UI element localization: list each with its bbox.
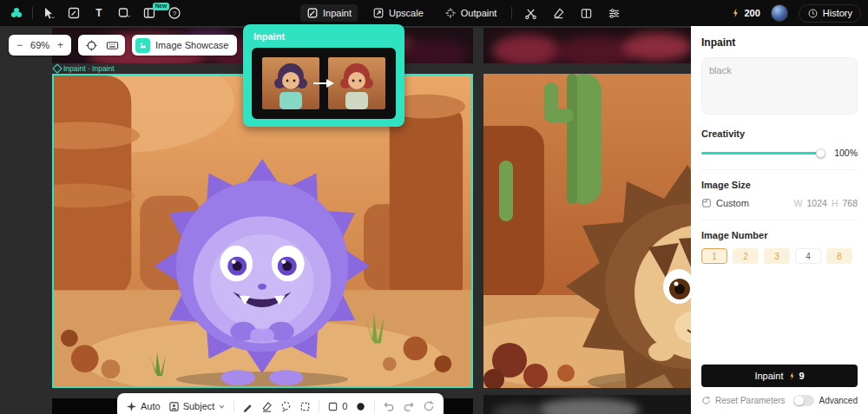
reset-icon	[423, 400, 435, 412]
undo-icon	[383, 400, 395, 412]
panel-title: Inpaint	[701, 36, 858, 49]
image-number-option-4[interactable]: 4	[795, 248, 821, 264]
app-logo[interactable]	[7, 3, 26, 23]
width-value[interactable]: 1024	[807, 198, 827, 208]
marquee-tool-button[interactable]	[299, 401, 311, 412]
credits-indicator[interactable]: 200	[731, 7, 760, 19]
zoom-in-button[interactable]: +	[57, 39, 63, 51]
outpaint-icon	[444, 7, 457, 19]
avatar[interactable]	[771, 4, 788, 22]
diamond-icon	[52, 63, 62, 73]
shape-tool-button[interactable]	[115, 3, 134, 23]
mode-inpaint-label: Inpaint	[323, 8, 352, 18]
help-button[interactable]: ?	[165, 3, 184, 23]
canvas-image-bottom-right[interactable]	[483, 395, 691, 414]
undo-button[interactable]	[383, 400, 395, 412]
sparkle-icon	[126, 401, 137, 412]
lightning-icon	[788, 371, 797, 381]
shortcuts-button[interactable]	[102, 36, 122, 55]
lasso-icon	[280, 401, 292, 412]
arrow-right-icon	[313, 79, 334, 88]
advanced-toggle[interactable]	[793, 395, 814, 406]
subject-mask-button[interactable]: Subject	[168, 401, 227, 412]
app-root: T New ? Inpaint Upscale	[0, 0, 868, 414]
creativity-slider[interactable]	[701, 152, 825, 154]
layout-button[interactable]	[576, 3, 595, 23]
auto-mask-button[interactable]: Auto	[126, 401, 161, 412]
zoom-value[interactable]: 69%	[30, 40, 49, 50]
mode-outpaint[interactable]: Outpaint	[438, 4, 503, 22]
draw-tool-button[interactable]	[64, 3, 83, 23]
toolbar-divider	[32, 7, 33, 19]
brush-tool-button[interactable]	[242, 401, 253, 412]
generate-cost-value: 9	[799, 371, 804, 381]
mode-upscale[interactable]: Upscale	[366, 4, 430, 22]
size-dimensions: W 1024 H 768	[794, 198, 858, 208]
scissors-icon	[524, 7, 537, 20]
shape-icon	[117, 6, 131, 20]
brush-size-control[interactable]: 0	[327, 401, 347, 412]
inpaint-icon	[306, 7, 319, 19]
redo-icon	[403, 400, 415, 412]
lasso-tool-button[interactable]	[280, 401, 292, 412]
marquee-icon	[299, 401, 311, 412]
inpaint-tooltip: Inpaint	[243, 24, 404, 127]
height-label: H	[832, 198, 838, 208]
topbar-left-tools: T New ?	[7, 0, 184, 26]
help-icon: ?	[168, 6, 181, 20]
image-showcase-icon	[135, 38, 150, 53]
cut-button[interactable]	[521, 3, 540, 23]
canvas-image-top-right[interactable]	[483, 28, 691, 63]
brush-preview-button[interactable]	[355, 401, 366, 412]
redo-button[interactable]	[403, 400, 415, 412]
board-tool-button[interactable]: New	[140, 3, 159, 23]
toolbar-divider	[319, 400, 319, 412]
tooltip-title: Inpaint	[253, 31, 404, 42]
reset-parameters-button[interactable]: Reset Parameters	[701, 396, 786, 405]
subject-mask-label: Subject	[183, 401, 215, 411]
topbar: T New ? Inpaint Upscale	[0, 0, 868, 26]
locate-button[interactable]	[82, 36, 101, 55]
upscale-icon	[372, 7, 385, 19]
canvas-image-right[interactable]	[483, 74, 691, 388]
selection-breadcrumb-label: Inpaint · Inpaint	[63, 64, 115, 73]
toolbar-divider	[511, 7, 512, 19]
generate-label: Inpaint	[754, 371, 783, 381]
image-number-option-8[interactable]: 8	[826, 248, 852, 264]
reset-mask-button[interactable]	[423, 400, 435, 412]
brush-size-value: 0	[342, 401, 347, 411]
dark-red-scene-partial	[483, 28, 691, 63]
clock-icon	[807, 8, 819, 19]
creativity-label: Creativity	[701, 128, 745, 139]
chevron-down-icon	[218, 403, 226, 411]
image-number-label: Image Number	[701, 230, 767, 240]
slider-fill	[701, 152, 825, 154]
advanced-controls: Advanced	[793, 395, 858, 406]
inpaint-generate-button[interactable]: Inpaint 9	[701, 365, 858, 387]
selection-breadcrumb: Inpaint · Inpaint	[54, 64, 115, 73]
draw-icon	[67, 6, 81, 20]
prompt-input[interactable]: black	[701, 57, 858, 115]
tooltip-demo-image	[252, 48, 396, 119]
image-number-option-1[interactable]: 1	[701, 248, 727, 264]
columns-icon	[580, 7, 593, 20]
eraser-button[interactable]	[549, 3, 568, 23]
zoom-out-button[interactable]: −	[16, 39, 23, 51]
sliders-icon	[608, 7, 621, 20]
image-number-option-3[interactable]: 3	[764, 248, 790, 264]
zoom-control: − 69% +	[9, 35, 71, 56]
height-value[interactable]: 768	[842, 198, 858, 208]
image-number-option-2[interactable]: 2	[733, 248, 759, 264]
cursor-icon	[42, 6, 56, 20]
select-tool-button[interactable]	[39, 3, 58, 23]
text-tool-button[interactable]: T	[89, 3, 108, 23]
logo-icon	[10, 6, 23, 20]
adjust-button[interactable]	[604, 3, 623, 23]
erase-mask-button[interactable]	[261, 401, 273, 412]
mask-toolbar: Auto Subject 0	[117, 393, 444, 414]
history-button[interactable]: History	[799, 4, 861, 23]
size-preset-dropdown[interactable]: Custom	[701, 198, 749, 208]
slider-knob[interactable]	[816, 148, 825, 158]
image-showcase-button[interactable]: Image Showcase	[132, 35, 237, 56]
mode-inpaint[interactable]: Inpaint	[300, 4, 358, 22]
